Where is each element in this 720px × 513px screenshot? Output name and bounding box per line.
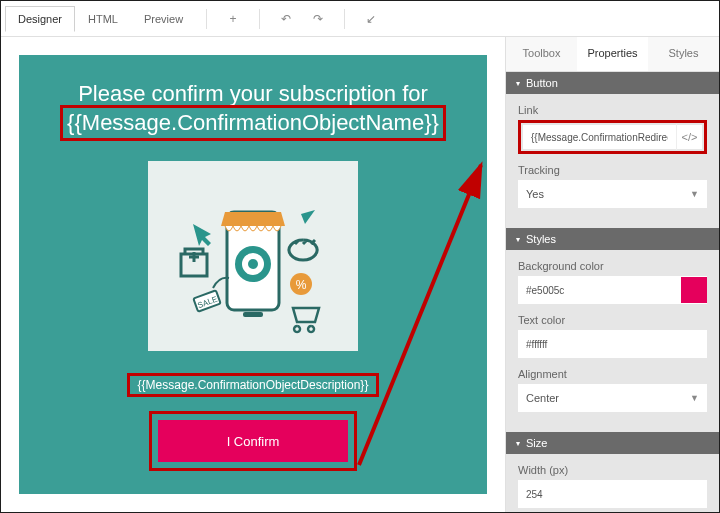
code-picker-button[interactable]: </> (676, 124, 702, 150)
tab-html[interactable]: HTML (75, 6, 131, 32)
width-input[interactable] (518, 489, 707, 500)
section-header-size[interactable]: ▾Size (506, 432, 719, 454)
chevron-down-icon: ▼ (690, 393, 699, 403)
confirm-headline: Please confirm your subscription for (78, 81, 428, 107)
caret-down-icon: ▾ (516, 235, 520, 244)
bgcolor-label: Background color (518, 260, 707, 272)
view-tabs: Designer HTML Preview (5, 6, 196, 32)
redo-icon: ↷ (313, 12, 323, 26)
panel-tabs: Toolbox Properties Styles (506, 37, 719, 72)
object-description-macro: {{Message.ConfirmationObjectDescription}… (138, 378, 369, 392)
redo-button[interactable]: ↷ (304, 5, 332, 33)
properties-panel: Toolbox Properties Styles ▾Button Link <… (505, 37, 719, 512)
collapse-icon: ↙ (366, 12, 376, 26)
link-input[interactable] (523, 132, 676, 143)
add-button[interactable]: + (219, 5, 247, 33)
confirm-button[interactable]: I Confirm (158, 420, 348, 462)
tab-preview[interactable]: Preview (131, 6, 196, 32)
textcolor-input[interactable] (518, 339, 707, 350)
bgcolor-input[interactable] (518, 285, 681, 296)
section-header-styles[interactable]: ▾Styles (506, 228, 719, 250)
separator (344, 9, 345, 29)
section-title: Button (526, 77, 558, 89)
email-canvas[interactable]: Please confirm your subscription for {{M… (19, 55, 487, 494)
collapse-button[interactable]: ↙ (357, 5, 385, 33)
svg-point-3 (248, 259, 258, 269)
separator (259, 9, 260, 29)
tracking-value: Yes (526, 188, 544, 200)
alignment-select[interactable]: Center▼ (518, 384, 707, 412)
design-canvas-wrap: Please confirm your subscription for {{M… (1, 37, 505, 512)
svg-rect-4 (243, 312, 263, 317)
shop-illustration-icon: % SALE (153, 166, 353, 346)
undo-button[interactable]: ↶ (272, 5, 300, 33)
caret-down-icon: ▾ (516, 79, 520, 88)
highlight-description: {{Message.ConfirmationObjectDescription}… (127, 373, 380, 397)
top-toolbar: Designer HTML Preview + ↶ ↷ ↙ (1, 1, 719, 37)
section-header-button[interactable]: ▾Button (506, 72, 719, 94)
link-label: Link (518, 104, 707, 116)
section-title: Size (526, 437, 547, 449)
illustration: % SALE (148, 161, 358, 351)
tracking-label: Tracking (518, 164, 707, 176)
tracking-select[interactable]: Yes▼ (518, 180, 707, 208)
object-name-macro: {{Message.ConfirmationObjectName}} (67, 110, 439, 136)
tab-properties[interactable]: Properties (577, 37, 648, 71)
svg-text:%: % (296, 278, 307, 292)
plus-icon: + (230, 12, 237, 26)
alignment-label: Alignment (518, 368, 707, 380)
separator (206, 9, 207, 29)
tab-styles[interactable]: Styles (648, 37, 719, 71)
highlight-object-name: {{Message.ConfirmationObjectName}} (60, 105, 446, 141)
tab-toolbox[interactable]: Toolbox (506, 37, 577, 71)
undo-icon: ↶ (281, 12, 291, 26)
caret-down-icon: ▾ (516, 439, 520, 448)
width-label: Width (px) (518, 464, 707, 476)
svg-line-10 (359, 165, 481, 465)
alignment-value: Center (526, 392, 559, 404)
highlight-link-field: </> (518, 120, 707, 154)
code-icon: </> (682, 131, 698, 143)
section-title: Styles (526, 233, 556, 245)
bgcolor-swatch[interactable] (681, 277, 707, 303)
tab-designer[interactable]: Designer (5, 6, 75, 32)
textcolor-label: Text color (518, 314, 707, 326)
chevron-down-icon: ▼ (690, 189, 699, 199)
highlight-confirm-button: I Confirm (149, 411, 357, 471)
